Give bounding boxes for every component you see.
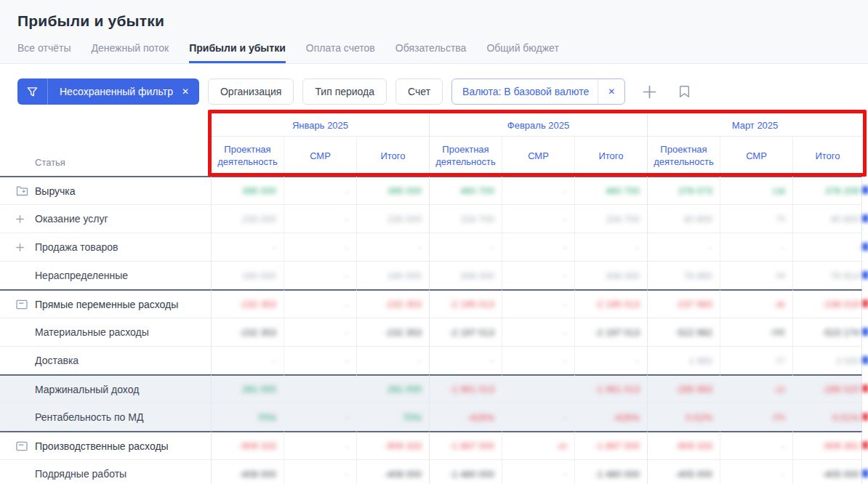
blurred-value: 70 (776, 214, 785, 223)
value-cell: -426% (429, 403, 502, 431)
row-label-text: Прямые переменные расходы (35, 299, 178, 310)
blurred-value: – (417, 356, 422, 365)
blurred-value: 235 000 (242, 214, 276, 225)
subcolumn-header: Проектная деятельность (647, 137, 720, 176)
value-cell: – (792, 233, 862, 261)
blurred-value: -36 (773, 300, 785, 309)
value-cell: -1 480 000 (574, 459, 647, 484)
unsaved-filter-chip[interactable]: Несохраненный фильтр ✕ (17, 78, 199, 105)
plus-icon (643, 85, 656, 99)
value-cell: 76 914 (792, 261, 862, 289)
value-cell: -232 353 (211, 318, 284, 346)
blurred-value: 76 860 (683, 270, 712, 281)
blurred-value: – (345, 442, 349, 451)
row-label-text: Нераспределенные (35, 270, 128, 281)
blurred-value: – (781, 243, 785, 251)
blurred-value: – (417, 243, 422, 251)
row-label[interactable]: Выручка (0, 176, 211, 204)
value-cell: – (574, 346, 647, 374)
unsaved-filter-label: Несохраненный фильтр (48, 86, 179, 97)
add-filter-button[interactable] (638, 81, 660, 102)
tab-item[interactable]: Обязательства (395, 42, 467, 63)
blurred-value: -1 897 000 (595, 440, 640, 451)
month-header: Март 2025 (647, 113, 862, 137)
value-cell: – (502, 346, 574, 374)
row-label: Материальные расходы (0, 318, 211, 346)
value-cell: -2 195 013 (574, 289, 647, 318)
row-label[interactable]: Производственные расходы (0, 431, 211, 459)
blurred-value: -405 000 (675, 469, 712, 480)
value-cell: -405 000 (647, 459, 720, 484)
value-cell: – (284, 431, 356, 459)
plus-icon[interactable] (16, 243, 35, 251)
save-filter-button[interactable] (673, 81, 695, 102)
value-cell: -1 961 013 (574, 374, 647, 403)
tab-item[interactable]: Денежный поток (91, 42, 169, 63)
value-cell: -523 174 (792, 318, 862, 346)
row-label[interactable]: Прямые переменные расходы (0, 289, 211, 318)
blurred-value: 27 (776, 356, 785, 365)
folder-plus-icon[interactable] (16, 185, 35, 196)
blurred-value: -909 391 (822, 440, 859, 451)
value-cell: 235 000 (211, 204, 284, 233)
blurred-value: – (563, 328, 567, 336)
filter-button[interactable]: Счет (395, 78, 443, 105)
value-cell: -1 480 000 (429, 459, 502, 484)
blurred-value: – (781, 442, 785, 451)
tab-active[interactable]: Прибыли и убытки (189, 42, 286, 63)
value-cell: -232 353 (211, 289, 284, 318)
row-label[interactable]: Оказание услуг (0, 204, 211, 233)
blurred-value: -909 333 (385, 440, 422, 451)
blurred-value: -426% (612, 412, 640, 423)
value-cell: – (502, 318, 574, 346)
blurred-value: – (490, 243, 494, 251)
blurred-value: – (563, 243, 567, 251)
value-cell: – (429, 233, 502, 261)
blurred-value: -1 961 013 (449, 384, 494, 395)
value-cell: – (211, 233, 284, 261)
value-cell: -2 197 013 (429, 318, 502, 346)
row-label-text: Выручка (35, 185, 76, 197)
value-cell: – (356, 346, 429, 374)
blurred-value: 40 800 (830, 214, 859, 225)
tab-item[interactable]: Оплата счетов (306, 42, 375, 63)
blurred-value: – (563, 214, 567, 223)
blurred-value: 160 000 (242, 270, 276, 281)
value-cell: – (284, 176, 356, 204)
value-cell: -408 000 (356, 459, 429, 484)
blurred-value: – (563, 187, 567, 195)
value-cell: -522 982 (647, 318, 720, 346)
blurred-value: -2 195 013 (595, 299, 640, 310)
value-cell: – (502, 403, 574, 431)
blurred-value: 160 000 (387, 270, 422, 281)
filter-button[interactable]: Тип периода (302, 78, 387, 105)
blurred-value: – (855, 243, 859, 251)
value-cell: 376 073 (647, 176, 720, 204)
value-cell: 395 000 (211, 176, 284, 204)
row-label-text: Материальные расходы (35, 326, 149, 338)
value-cell: – (502, 233, 574, 261)
tab-item[interactable]: Все отчёты (17, 42, 71, 63)
remove-filter-icon[interactable]: ✕ (179, 87, 199, 96)
value-cell: -909 333 (647, 431, 720, 459)
value-cell: – (502, 204, 574, 233)
value-cell: -426% (574, 403, 647, 431)
folder-minus-icon[interactable] (16, 441, 35, 451)
row-label: Доставка (0, 346, 211, 374)
filter-button[interactable]: Организация (208, 78, 294, 105)
value-cell: 281 000 (211, 374, 284, 403)
plus-icon[interactable] (16, 215, 35, 223)
blurred-value: – (708, 243, 712, 251)
blurred-value: 460 700 (606, 185, 640, 196)
blurred-value: -522 982 (675, 327, 712, 338)
tab-item[interactable]: Общий бюджет (486, 42, 558, 63)
remove-currency-filter-icon[interactable]: ✕ (598, 87, 624, 96)
blurred-value: 1 993 (688, 355, 712, 366)
value-cell: – (284, 346, 356, 374)
blurred-value: – (563, 356, 567, 365)
folder-minus-icon[interactable] (16, 299, 35, 310)
row-label: Рентабельность по МД (0, 403, 211, 431)
row-label[interactable]: Продажа товаров (0, 233, 211, 261)
value-cell: -10 (502, 431, 574, 459)
currency-filter-chip[interactable]: Валюта: В базовой валюте ✕ (451, 78, 625, 105)
